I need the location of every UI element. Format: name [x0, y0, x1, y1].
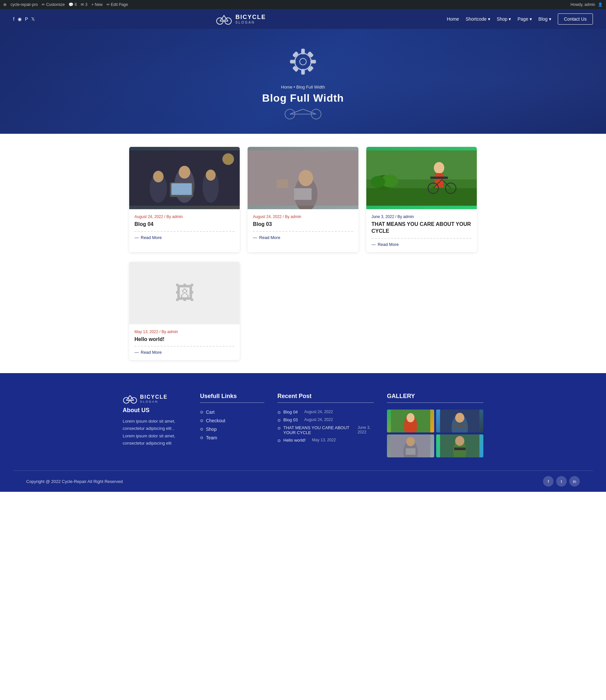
cycle-body: June 3, 2022 / By admin THAT MEANS YOU C… — [366, 209, 477, 252]
new-button[interactable]: + New — [91, 2, 102, 7]
blog03-divider — [253, 231, 353, 232]
header-social: f ◉ P 𝕏 — [13, 16, 35, 22]
main-nav: Home Shortcode ▾ Shop ▾ Page ▾ Blog ▾ Co… — [447, 14, 593, 25]
breadcrumb-home[interactable]: Home — [281, 85, 293, 90]
blog-card-blog03: August 24, 2022 / By admin Blog 03 Read … — [248, 147, 358, 252]
footer-link-shop[interactable]: Shop — [200, 426, 264, 432]
messages-icon[interactable]: ✉ 3 — [81, 2, 87, 7]
nav-page[interactable]: Page ▾ — [517, 16, 532, 22]
gallery-thumb-2[interactable] — [436, 410, 483, 433]
cycle-title: THAT MEANS YOU CARE ABOUT YOUR CYCLE — [372, 221, 471, 235]
hero-section: Home • Blog Full Width Blog Full Width — [0, 29, 606, 134]
footer-links-title: Usefull Links — [200, 393, 264, 403]
blog03-read-more[interactable]: Read More — [253, 235, 353, 240]
post-title: THAT MEANS YOU CARE ABOUT YOUR CYCLE — [283, 425, 351, 435]
site-name-label[interactable]: cycle-repair-pro — [10, 2, 38, 7]
footer-links-col: Usefull Links Cart Checkout Shop Team — [200, 393, 264, 458]
blog-grid-row1: August 24, 2022 / By admin Blog 04 Read … — [129, 147, 477, 252]
logo[interactable]: BICYCLE SLOGAN — [216, 13, 266, 26]
footer-recent-list: Blog 04 August 24, 2022 Blog 03 August 2… — [277, 410, 374, 443]
comments-icon[interactable]: 💬 6 — [69, 2, 77, 7]
footer-about-title: About US — [123, 407, 187, 414]
svg-point-27 — [206, 169, 215, 181]
top-nav: f ◉ P 𝕏 BICYCLE SLOGAN Home Shortcode ▾ … — [0, 9, 606, 29]
footer-logo-slogan: SLOGAN — [140, 400, 168, 403]
wp-logo-icon[interactable]: ⊕ — [3, 2, 6, 7]
nav-home[interactable]: Home — [447, 16, 459, 22]
footer-link-checkout[interactable]: Checkout — [200, 418, 264, 423]
pinterest-icon[interactable]: P — [25, 16, 28, 22]
footer-link-team[interactable]: Team — [200, 435, 264, 440]
footer: BICYCLE SLOGAN About US Lorem ipsum dolo… — [0, 373, 606, 492]
edit-page-link[interactable]: ✏ Edit Page — [107, 2, 128, 7]
footer-post-hello[interactable]: Hello world! May 13, 2022 — [277, 438, 374, 443]
blog04-divider — [135, 231, 234, 232]
svg-point-68 — [455, 436, 464, 446]
svg-rect-42 — [430, 177, 448, 179]
footer-twitter-btn[interactable]: t — [556, 476, 567, 487]
svg-point-40 — [434, 162, 444, 174]
footer-grid: BICYCLE SLOGAN About US Lorem ipsum dolo… — [123, 393, 483, 470]
hello-read-more[interactable]: Read More — [135, 350, 234, 355]
hello-body: May 13, 2022 / By admin Hello world! Rea… — [129, 324, 240, 360]
blog03-title: Blog 03 — [253, 221, 353, 228]
footer-recent-col: Recent Post Blog 04 August 24, 2022 Blog… — [277, 393, 374, 458]
breadcrumb-separator: • — [294, 85, 296, 90]
nav-blog[interactable]: Blog ▾ — [538, 16, 551, 22]
blog-card-hello: 🖼 May 13, 2022 / By admin Hello world! R… — [129, 262, 240, 360]
logo-text: BICYCLE — [235, 14, 266, 21]
footer-recent-title: Recent Post — [277, 393, 374, 403]
blog-card-blog04: August 24, 2022 / By admin Blog 04 Read … — [129, 147, 240, 252]
breadcrumb-current: Blog Full Width — [297, 85, 325, 90]
twitter-icon[interactable]: 𝕏 — [31, 16, 35, 22]
blog-card-cycle: June 3, 2022 / By admin THAT MEANS YOU C… — [366, 147, 477, 252]
svg-point-26 — [179, 166, 190, 179]
footer-post-cycle[interactable]: THAT MEANS YOU CARE ABOUT YOUR CYCLE Jun… — [277, 425, 374, 435]
nav-shortcode[interactable]: Shortcode ▾ — [466, 16, 490, 22]
gallery-thumb-1[interactable] — [387, 410, 434, 433]
hello-divider — [135, 346, 234, 347]
blog04-image — [129, 147, 240, 209]
svg-rect-61 — [453, 424, 466, 427]
logo-slogan: SLOGAN — [235, 21, 266, 24]
nav-shop[interactable]: Shop ▾ — [497, 16, 511, 22]
svg-rect-65 — [406, 448, 416, 455]
facebook-icon[interactable]: f — [13, 16, 15, 22]
hello-date: May 13, 2022 / By admin — [135, 329, 234, 334]
gallery-thumb-4[interactable] — [436, 435, 483, 458]
svg-rect-11 — [311, 60, 316, 63]
footer-post-blog04[interactable]: Blog 04 August 24, 2022 — [277, 410, 374, 415]
hello-title: Hello world! — [135, 336, 234, 343]
footer-post-blog03[interactable]: Blog 03 August 24, 2022 — [277, 417, 374, 423]
gallery-thumb-3[interactable] — [387, 435, 434, 458]
gallery-grid — [387, 410, 483, 458]
svg-rect-10 — [290, 60, 295, 63]
instagram-icon[interactable]: ◉ — [18, 16, 22, 22]
page-title: Blog Full Width — [262, 92, 344, 104]
blog03-date: August 24, 2022 / By admin — [253, 214, 353, 219]
svg-rect-36 — [248, 150, 358, 206]
footer-link-cart[interactable]: Cart — [200, 410, 264, 415]
placeholder-icon: 🖼 — [175, 282, 194, 304]
footer-facebook-btn[interactable]: f — [543, 476, 554, 487]
admin-bar-left: ⊕ cycle-repair-pro ✏ Customize 💬 6 ✉ 3 +… — [3, 2, 128, 7]
admin-avatar[interactable]: 👤 — [598, 2, 603, 7]
customize-link[interactable]: ✏ Customize — [42, 2, 65, 7]
admin-bar-right: Howdy, admin 👤 — [570, 2, 603, 7]
blog-grid-row2: 🖼 May 13, 2022 / By admin Hello world! R… — [129, 262, 477, 360]
nav-contact[interactable]: Contact Us — [558, 14, 593, 25]
blog04-body: August 24, 2022 / By admin Blog 04 Read … — [129, 209, 240, 245]
hello-image-placeholder: 🖼 — [129, 262, 240, 324]
post-title: Hello world! — [283, 438, 306, 443]
footer-about-text: Lorem ipsum dolor sit amet, consectetur … — [123, 418, 187, 447]
blog04-title: Blog 04 — [135, 221, 234, 228]
blog04-read-more[interactable]: Read More — [135, 235, 234, 240]
footer-gallery-col: GALLERY — [387, 393, 483, 458]
svg-point-6 — [295, 53, 311, 70]
cycle-date: June 3, 2022 / By admin — [372, 214, 471, 219]
footer-linkedin-btn[interactable]: in — [569, 476, 580, 487]
post-title: Blog 03 — [283, 417, 298, 422]
cycle-read-more[interactable]: Read More — [372, 242, 471, 247]
svg-point-57 — [406, 413, 415, 422]
svg-rect-69 — [454, 447, 466, 450]
